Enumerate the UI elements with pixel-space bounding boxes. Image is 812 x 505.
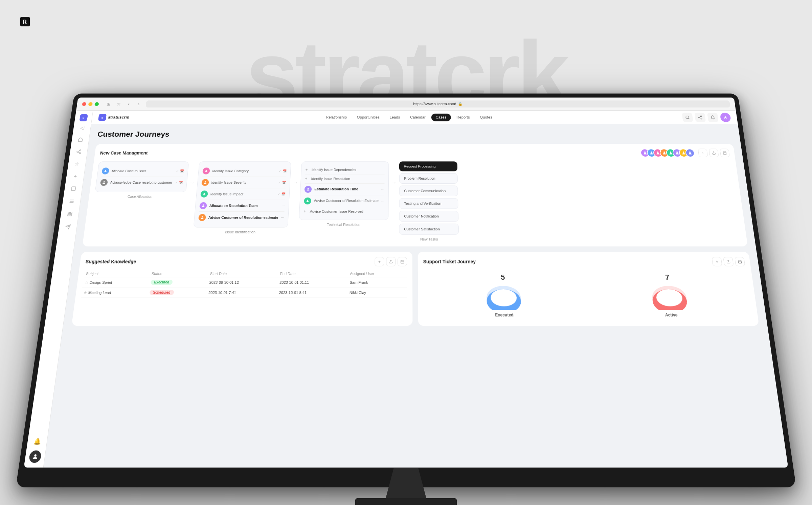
- nav-link-reports[interactable]: Reports: [452, 113, 474, 121]
- check-icon: ✓: [176, 169, 179, 173]
- task-advise-resolved: + Advise Customer Issue Resolved: [303, 207, 384, 216]
- star-icon-2[interactable]: ★: [83, 290, 88, 295]
- st-add-button[interactable]: +: [712, 257, 722, 267]
- address-bar[interactable]: https://www.sulecrm.com/ 🔒: [145, 100, 730, 108]
- cell-status-1: Executed: [148, 277, 208, 287]
- task-customer-notification[interactable]: Customer Notification: [399, 211, 459, 222]
- task-customer-satisfaction[interactable]: Customer Satisfaction: [399, 224, 459, 235]
- user-avatar[interactable]: A: [720, 113, 731, 122]
- calendar-button[interactable]: [720, 149, 730, 157]
- task-allocate-team: Allocate to Resolution Team ···: [199, 200, 285, 212]
- url-text: https://www.sulecrm.com/: [413, 102, 456, 106]
- task-text-12: Advise Customer Issue Resolved: [310, 209, 384, 213]
- journey-card-title: New Case Managment: [100, 151, 148, 155]
- chart-executed: 5 Executed: [423, 273, 585, 318]
- share-button[interactable]: [695, 113, 706, 122]
- monitor-screen: ⊞ ☆ ‹ › https://www.sulecrm.com/ 🔒 s ◁: [24, 97, 788, 467]
- star-icon-1[interactable]: ☆: [85, 280, 89, 284]
- svg-point-24: [670, 152, 672, 153]
- bottom-section: Suggested Knowledge +: [71, 252, 759, 326]
- maximize-button[interactable]: [94, 102, 99, 106]
- col-header-subject: Subject: [84, 270, 150, 277]
- svg-rect-10: [70, 212, 72, 213]
- task-testing-verification[interactable]: Testing and Verification: [399, 198, 458, 209]
- cell-subject-1: ☆ Design Sprint: [82, 277, 149, 287]
- sidebar-item-grid[interactable]: [63, 208, 76, 220]
- check-icon-2: ✓: [175, 181, 178, 184]
- brand-name: stratuscrm: [108, 115, 130, 119]
- sidebar-item-notifications[interactable]: 🔔: [30, 434, 45, 448]
- task-issue-impact: Identify Issue Impact ✓📅: [200, 188, 286, 200]
- stage-technical-resolution: + Identify Issue Dependencies + Identify…: [299, 161, 389, 226]
- cell-start-2: 2023-10-01 7:41: [206, 287, 277, 297]
- sidebar-item-pages[interactable]: [67, 183, 80, 194]
- chart-label-executed: Executed: [424, 313, 585, 317]
- sk-add-button[interactable]: +: [375, 257, 384, 267]
- svg-point-25: [676, 152, 678, 153]
- sidebar-item-list[interactable]: [65, 196, 78, 207]
- notifications-button[interactable]: [707, 113, 719, 122]
- page-title: Customer Journeys: [97, 130, 732, 139]
- task-request-processing[interactable]: Request Processing: [399, 161, 457, 171]
- svg-rect-28: [723, 152, 726, 155]
- task-dots-7: ···: [281, 215, 284, 220]
- sidebar-item-collapse[interactable]: ◁: [75, 122, 88, 133]
- task-dots-10: ···: [381, 187, 385, 191]
- svg-point-26: [683, 152, 684, 153]
- svg-point-39: [308, 188, 309, 189]
- traffic-lights: [82, 102, 99, 106]
- bookmark-icon[interactable]: ☆: [115, 101, 122, 107]
- nav-link-opportunities[interactable]: Opportunities: [353, 113, 384, 121]
- stage-connector-1: →: [189, 161, 197, 185]
- st-export-button[interactable]: [723, 257, 734, 267]
- status-badge-2: Scheduled: [150, 290, 174, 295]
- sk-export-button[interactable]: [386, 257, 396, 267]
- donut-chart-executed: [484, 282, 523, 310]
- task-problem-resolution[interactable]: Problem Resolution: [399, 173, 458, 184]
- monitor-outer: ⊞ ☆ ‹ › https://www.sulecrm.com/ 🔒 s ◁: [16, 94, 796, 487]
- nav-link-quotes[interactable]: Quotes: [475, 113, 497, 121]
- sk-calendar-button[interactable]: [398, 257, 407, 267]
- minimize-button[interactable]: [88, 102, 93, 106]
- nav-logo: s stratuscrm: [98, 114, 130, 121]
- nav-link-relationship[interactable]: Relationship: [321, 113, 352, 121]
- subject-text-1: Design Sprint: [89, 280, 112, 284]
- task-estimate-time: Estimate Resolution Time ···: [304, 184, 384, 195]
- content-area: Customer Journeys New Case Managment: [44, 124, 788, 467]
- nav-link-leads[interactable]: Leads: [385, 113, 404, 121]
- task-text-6: Allocate to Resolution Team: [209, 203, 279, 208]
- table-row: ☆ Design Sprint Executed 2023-09-30 01:1…: [82, 277, 407, 287]
- cell-status-2: Scheduled: [147, 287, 207, 297]
- svg-point-37: [202, 204, 204, 206]
- sidebar-user-avatar[interactable]: [28, 451, 42, 463]
- nav-link-calendar[interactable]: Calendar: [406, 113, 430, 121]
- task-avatar-1: [102, 167, 110, 174]
- journey-card-new-case: New Case Managment: [82, 144, 748, 246]
- svg-rect-41: [401, 260, 404, 263]
- support-ticket-header: Support Ticket Journey +: [423, 257, 745, 267]
- add-stage-button[interactable]: +: [698, 149, 708, 157]
- sidebar-item-send[interactable]: [61, 221, 74, 232]
- suggested-knowledge-actions: +: [375, 257, 407, 267]
- back-button[interactable]: ‹: [125, 101, 133, 107]
- sidebar-item-starred[interactable]: ☆: [70, 158, 84, 169]
- st-calendar-button[interactable]: [735, 257, 745, 267]
- forward-button[interactable]: ›: [135, 101, 143, 107]
- task-avatar-6: [199, 202, 207, 209]
- stage-label-issue: Issue Identification: [193, 230, 288, 234]
- window-icon[interactable]: ⊞: [105, 101, 112, 107]
- status-badge-1: Executed: [151, 280, 173, 285]
- task-customer-communication[interactable]: Customer Communication: [399, 186, 458, 197]
- search-button[interactable]: [682, 113, 693, 122]
- sidebar-item-home[interactable]: [74, 134, 87, 145]
- chart-area: 5 Executed: [423, 270, 753, 320]
- sidebar-item-add[interactable]: ＋: [68, 171, 82, 182]
- task-avatar-9: [304, 197, 311, 204]
- export-button[interactable]: [709, 149, 719, 157]
- col-header-start-date: Start Date: [208, 270, 278, 277]
- close-button[interactable]: [82, 102, 87, 106]
- stage-connector-2: →: [293, 161, 299, 185]
- table-row: ★ Meeting Lead Scheduled 2023-10-01 7:41: [81, 287, 407, 297]
- nav-link-cases[interactable]: Cases: [431, 113, 451, 121]
- sidebar-item-share[interactable]: [72, 146, 85, 157]
